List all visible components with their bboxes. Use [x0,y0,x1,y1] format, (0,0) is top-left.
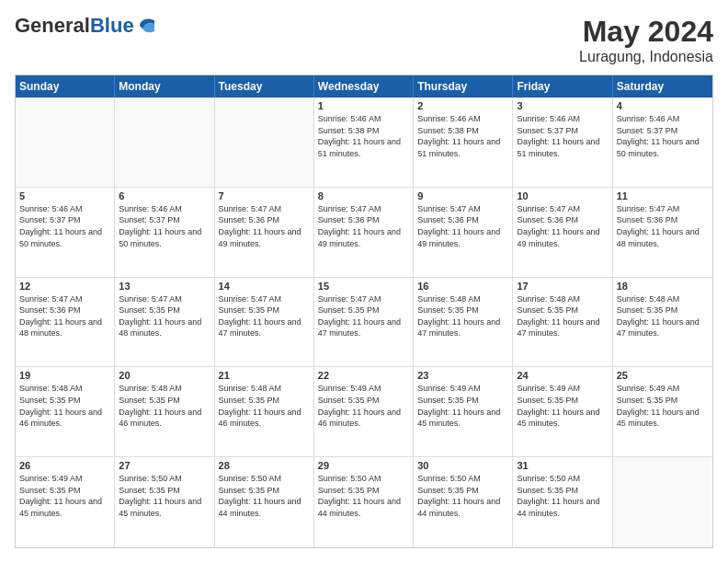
month-year: May 2024 [579,15,713,49]
day-header-tuesday: Tuesday [215,75,314,98]
calendar-row-5: 26Sunrise: 5:49 AM Sunset: 5:35 PM Dayli… [16,457,712,547]
calendar-cell: 15Sunrise: 5:47 AM Sunset: 5:35 PM Dayli… [314,278,414,367]
cell-info: Sunrise: 5:49 AM Sunset: 5:35 PM Dayligh… [517,383,608,429]
calendar-cell: 26Sunrise: 5:49 AM Sunset: 5:35 PM Dayli… [16,457,115,547]
header: GeneralBlue May 2024 Luragung, Indonesia [15,15,713,65]
calendar-row-4: 19Sunrise: 5:48 AM Sunset: 5:35 PM Dayli… [16,367,712,457]
cell-date: 28 [219,460,310,471]
cell-info: Sunrise: 5:49 AM Sunset: 5:35 PM Dayligh… [617,383,709,429]
calendar-cell [16,98,115,187]
cell-date: 1 [318,100,409,111]
cell-info: Sunrise: 5:47 AM Sunset: 5:36 PM Dayligh… [417,203,508,249]
calendar-cell: 30Sunrise: 5:50 AM Sunset: 5:35 PM Dayli… [414,457,513,547]
calendar-cell: 5Sunrise: 5:46 AM Sunset: 5:37 PM Daylig… [16,188,115,277]
cell-info: Sunrise: 5:49 AM Sunset: 5:35 PM Dayligh… [19,473,110,519]
day-header-sunday: Sunday [16,75,115,98]
day-header-friday: Friday [513,75,612,98]
calendar-cell: 24Sunrise: 5:49 AM Sunset: 5:35 PM Dayli… [513,367,612,456]
calendar-cell [115,98,214,187]
calendar-cell: 11Sunrise: 5:47 AM Sunset: 5:36 PM Dayli… [613,188,712,277]
cell-date: 31 [517,460,608,471]
title-block: May 2024 Luragung, Indonesia [579,15,713,65]
calendar-header: SundayMondayTuesdayWednesdayThursdayFrid… [16,75,712,98]
cell-date: 10 [517,190,608,201]
cell-info: Sunrise: 5:50 AM Sunset: 5:35 PM Dayligh… [517,473,608,519]
calendar-row-2: 5Sunrise: 5:46 AM Sunset: 5:37 PM Daylig… [16,188,712,278]
cell-date: 5 [19,190,110,201]
logo-icon [136,15,158,37]
cell-date: 27 [119,460,210,471]
calendar-cell: 10Sunrise: 5:47 AM Sunset: 5:36 PM Dayli… [513,188,612,277]
cell-date: 9 [417,190,508,201]
cell-info: Sunrise: 5:47 AM Sunset: 5:36 PM Dayligh… [517,203,608,249]
cell-info: Sunrise: 5:46 AM Sunset: 5:37 PM Dayligh… [19,203,110,249]
day-header-wednesday: Wednesday [314,75,414,98]
day-header-thursday: Thursday [414,75,513,98]
calendar: SundayMondayTuesdayWednesdayThursdayFrid… [15,75,713,548]
cell-info: Sunrise: 5:50 AM Sunset: 5:35 PM Dayligh… [219,473,310,519]
calendar-cell: 25Sunrise: 5:49 AM Sunset: 5:35 PM Dayli… [613,367,712,456]
cell-date: 16 [417,281,508,292]
cell-date: 3 [517,100,608,111]
calendar-cell [613,457,712,547]
calendar-cell: 4Sunrise: 5:46 AM Sunset: 5:37 PM Daylig… [613,98,712,187]
calendar-cell: 29Sunrise: 5:50 AM Sunset: 5:35 PM Dayli… [314,457,414,547]
cell-info: Sunrise: 5:47 AM Sunset: 5:36 PM Dayligh… [617,203,709,249]
cell-info: Sunrise: 5:46 AM Sunset: 5:37 PM Dayligh… [617,113,709,159]
cell-date: 8 [318,190,409,201]
calendar-cell: 3Sunrise: 5:46 AM Sunset: 5:37 PM Daylig… [513,98,612,187]
calendar-cell: 23Sunrise: 5:49 AM Sunset: 5:35 PM Dayli… [414,367,513,456]
cell-date: 29 [318,460,409,471]
calendar-body: 1Sunrise: 5:46 AM Sunset: 5:38 PM Daylig… [16,98,712,547]
calendar-cell: 13Sunrise: 5:47 AM Sunset: 5:35 PM Dayli… [115,278,214,367]
cell-info: Sunrise: 5:48 AM Sunset: 5:35 PM Dayligh… [119,383,210,429]
calendar-cell: 14Sunrise: 5:47 AM Sunset: 5:35 PM Dayli… [215,278,314,367]
cell-date: 4 [617,100,709,111]
cell-info: Sunrise: 5:49 AM Sunset: 5:35 PM Dayligh… [318,383,409,429]
cell-info: Sunrise: 5:46 AM Sunset: 5:37 PM Dayligh… [517,113,608,159]
cell-info: Sunrise: 5:48 AM Sunset: 5:35 PM Dayligh… [417,293,508,339]
cell-info: Sunrise: 5:47 AM Sunset: 5:36 PM Dayligh… [219,203,310,249]
calendar-cell: 21Sunrise: 5:48 AM Sunset: 5:35 PM Dayli… [215,367,314,456]
cell-info: Sunrise: 5:47 AM Sunset: 5:36 PM Dayligh… [19,293,110,339]
calendar-cell: 7Sunrise: 5:47 AM Sunset: 5:36 PM Daylig… [215,188,314,277]
calendar-cell: 20Sunrise: 5:48 AM Sunset: 5:35 PM Dayli… [115,367,214,456]
cell-info: Sunrise: 5:46 AM Sunset: 5:37 PM Dayligh… [119,203,210,249]
cell-info: Sunrise: 5:47 AM Sunset: 5:36 PM Dayligh… [318,203,409,249]
cell-date: 19 [19,370,110,381]
cell-date: 25 [617,370,709,381]
cell-date: 22 [318,370,409,381]
cell-info: Sunrise: 5:48 AM Sunset: 5:35 PM Dayligh… [517,293,608,339]
cell-date: 24 [517,370,608,381]
calendar-cell [215,98,314,187]
logo: GeneralBlue [15,15,158,37]
calendar-cell: 9Sunrise: 5:47 AM Sunset: 5:36 PM Daylig… [414,188,513,277]
cell-date: 15 [318,281,409,292]
calendar-cell: 19Sunrise: 5:48 AM Sunset: 5:35 PM Dayli… [16,367,115,456]
cell-info: Sunrise: 5:47 AM Sunset: 5:35 PM Dayligh… [318,293,409,339]
calendar-cell: 17Sunrise: 5:48 AM Sunset: 5:35 PM Dayli… [513,278,612,367]
cell-date: 23 [417,370,508,381]
cell-date: 18 [617,281,709,292]
cell-date: 20 [119,370,210,381]
cell-info: Sunrise: 5:46 AM Sunset: 5:38 PM Dayligh… [417,113,508,159]
cell-date: 14 [219,281,310,292]
cell-info: Sunrise: 5:50 AM Sunset: 5:35 PM Dayligh… [119,473,210,519]
cell-info: Sunrise: 5:49 AM Sunset: 5:35 PM Dayligh… [417,383,508,429]
cell-info: Sunrise: 5:47 AM Sunset: 5:35 PM Dayligh… [219,293,310,339]
calendar-row-3: 12Sunrise: 5:47 AM Sunset: 5:36 PM Dayli… [16,278,712,368]
day-header-saturday: Saturday [613,75,712,98]
calendar-cell: 12Sunrise: 5:47 AM Sunset: 5:36 PM Dayli… [16,278,115,367]
cell-date: 26 [19,460,110,471]
cell-info: Sunrise: 5:47 AM Sunset: 5:35 PM Dayligh… [119,293,210,339]
calendar-cell: 28Sunrise: 5:50 AM Sunset: 5:35 PM Dayli… [215,457,314,547]
calendar-cell: 2Sunrise: 5:46 AM Sunset: 5:38 PM Daylig… [414,98,513,187]
cell-date: 12 [19,281,110,292]
calendar-cell: 18Sunrise: 5:48 AM Sunset: 5:35 PM Dayli… [613,278,712,367]
cell-date: 17 [517,281,608,292]
cell-info: Sunrise: 5:48 AM Sunset: 5:35 PM Dayligh… [617,293,709,339]
cell-date: 30 [417,460,508,471]
logo-general: GeneralBlue [15,15,134,37]
calendar-cell: 6Sunrise: 5:46 AM Sunset: 5:37 PM Daylig… [115,188,214,277]
calendar-cell: 31Sunrise: 5:50 AM Sunset: 5:35 PM Dayli… [513,457,612,547]
